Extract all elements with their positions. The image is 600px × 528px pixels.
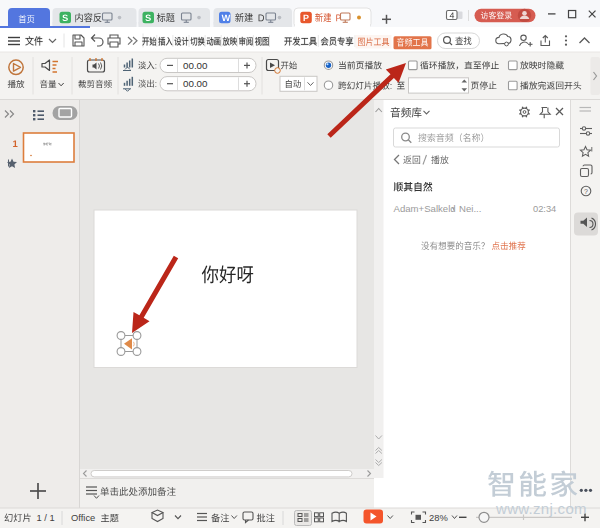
svg-text:00.00: 00.00 xyxy=(183,78,208,89)
svg-text:Office: Office xyxy=(71,512,95,523)
svg-text:www.znj.com: www.znj.com xyxy=(495,500,587,517)
svg-text:1 / 1: 1 / 1 xyxy=(37,512,55,523)
svg-text:?: ? xyxy=(584,188,588,195)
svg-text:Adam+Salkeld: Adam+Salkeld xyxy=(394,203,456,214)
svg-text:Nei...: Nei... xyxy=(459,203,481,214)
svg-text:00.00: 00.00 xyxy=(183,60,208,71)
svg-text:28%: 28% xyxy=(429,512,448,523)
svg-text:02:34: 02:34 xyxy=(533,204,556,214)
